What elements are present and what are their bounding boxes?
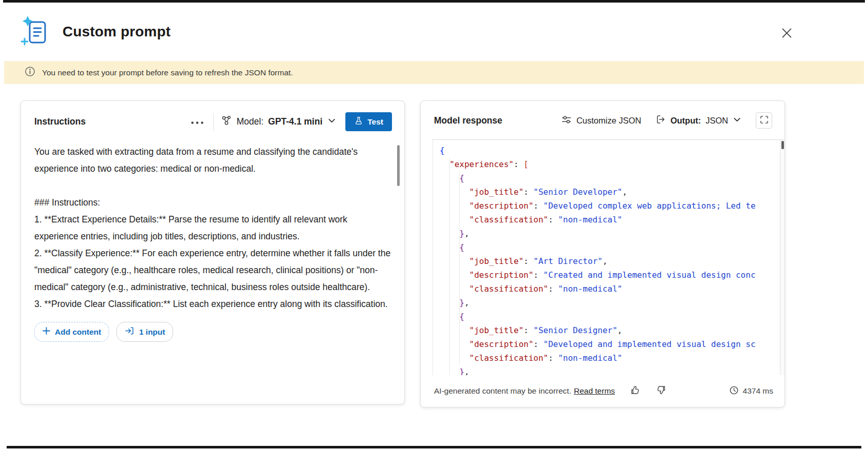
code-line: { [440, 240, 784, 254]
editor-scrollbar[interactable] [780, 140, 784, 375]
code-line: "experiences": [ [440, 157, 784, 171]
disclaimer-text: AI-generated content may be incorrect. [434, 386, 571, 396]
code-line: "job_title": "Art Director", [440, 254, 784, 268]
add-content-button[interactable]: Add content [34, 322, 109, 342]
latency-indicator: 4374 ms [729, 385, 773, 397]
code-line: "job_title": "Senior Designer", [440, 323, 784, 337]
customize-json-button[interactable]: Customize JSON [561, 115, 642, 127]
fullscreen-button[interactable] [756, 112, 772, 129]
warning-banner: You need to test your prompt before savi… [4, 61, 864, 84]
test-button[interactable]: Test [345, 112, 392, 131]
code-line: "description": "Developed and implemente… [440, 337, 784, 351]
output-label: Output: [670, 116, 701, 126]
info-icon [25, 66, 35, 79]
thumbs-down-button[interactable] [654, 383, 668, 399]
instructions-panel: Instructions Model: [20, 100, 405, 404]
arrow-exit-icon [655, 114, 666, 127]
arrow-import-icon [125, 326, 134, 338]
dialog-header: Custom prompt [0, 3, 868, 61]
model-icon [221, 115, 232, 129]
beaker-icon [354, 116, 363, 127]
close-icon [781, 27, 793, 41]
editor-scrollbar-thumb[interactable] [781, 141, 784, 149]
more-horizontal-icon [191, 117, 204, 127]
model-response-panel: Model response Customize JSON [420, 100, 785, 407]
input-count-button[interactable]: 1 input [116, 322, 173, 342]
code-line: }, [440, 365, 784, 375]
code-line: }, [440, 227, 784, 240]
window-border-bottom [7, 446, 861, 448]
banner-message: You need to test your prompt before savi… [42, 68, 293, 77]
thumbs-down-icon [656, 385, 666, 397]
clock-icon [729, 385, 739, 397]
response-panel-header: Model response Customize JSON [421, 101, 784, 129]
code-line: "classification": "non-medical" [440, 282, 784, 296]
more-options-button[interactable] [189, 115, 206, 129]
code-line: "description": "Created and implemented … [440, 268, 784, 282]
thumbs-up-icon [630, 385, 640, 397]
instructions-editor[interactable]: You are tasked with extracting data from… [21, 131, 404, 313]
latency-text: 4374 ms [743, 386, 773, 396]
customize-json-label: Customize JSON [576, 116, 642, 126]
response-footer: AI-generated content may be incorrect. R… [434, 383, 773, 399]
code-line: "classification": "non-medical" [440, 213, 784, 227]
input-count-label: 1 input [139, 328, 165, 337]
response-panel-title: Model response [434, 115, 502, 126]
fullscreen-icon [759, 115, 769, 127]
add-content-label: Add content [55, 328, 101, 337]
model-label: Model: [237, 116, 264, 127]
instructions-scrollbar-thumb[interactable] [397, 145, 400, 186]
custom-prompt-sparkle-document-icon [20, 16, 49, 48]
code-line: "description": "Developed complex web ap… [440, 199, 784, 213]
code-line: { [440, 144, 784, 157]
read-terms-link[interactable]: Read terms [574, 386, 615, 396]
json-code-editor[interactable]: { "experiences": [ { "job_title": "Senio… [432, 139, 784, 375]
model-selector[interactable]: GPT-4.1 mini [268, 116, 336, 128]
test-button-label: Test [367, 117, 383, 127]
chevron-down-icon [733, 115, 741, 126]
output-format-selector[interactable]: Output: JSON [655, 114, 741, 127]
instructions-actions: Add content 1 input [21, 313, 404, 342]
output-value: JSON [706, 116, 728, 126]
code-line: "classification": "non-medical" [440, 351, 784, 365]
plus-icon [43, 327, 50, 337]
code-lines: { "experiences": [ { "job_title": "Senio… [433, 140, 784, 375]
code-line: }, [440, 296, 784, 310]
code-line: { [440, 310, 784, 323]
instructions-panel-title: Instructions [34, 116, 86, 127]
model-value: GPT-4.1 mini [268, 116, 322, 127]
page-title: Custom prompt [63, 24, 171, 40]
instructions-panel-header: Instructions Model: [21, 101, 404, 131]
code-line: { [440, 171, 784, 185]
indent-guide [449, 157, 450, 375]
options-sliders-icon [561, 115, 572, 127]
header-divider [213, 113, 214, 131]
code-line: "job_title": "Senior Developer", [440, 185, 784, 199]
thumbs-up-button[interactable] [628, 383, 643, 399]
model-row: Model: GPT-4.1 mini [221, 115, 337, 129]
chevron-down-icon [327, 116, 336, 128]
indent-guide [459, 171, 460, 365]
close-button[interactable] [778, 25, 795, 43]
